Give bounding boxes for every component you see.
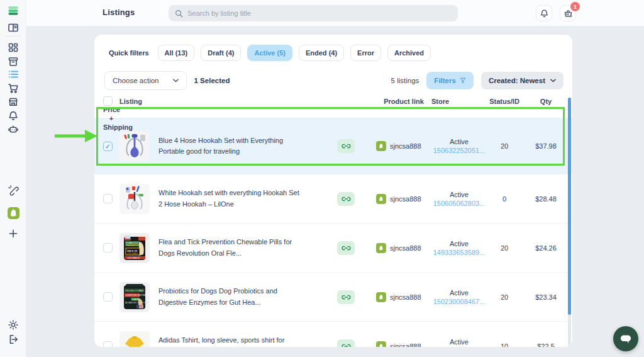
filter-all[interactable]: All (13): [158, 45, 195, 61]
table-row[interactable]: Adidas Tshirt, long sleeve, sports shirt…: [94, 322, 572, 347]
filter-ended[interactable]: Ended (4): [299, 45, 344, 61]
store-name: sjncsa888: [390, 343, 421, 348]
notifications-button[interactable]: [536, 5, 552, 21]
listing-id-link[interactable]: 149333653589...: [433, 249, 486, 256]
row-checkbox[interactable]: [103, 243, 113, 252]
filters-button[interactable]: Filters: [426, 72, 474, 89]
store-name: sjncsa888: [390, 142, 421, 150]
listing-id-link[interactable]: 148776702119...: [433, 347, 485, 348]
listings-card: Quick filters All (13) Draft (4) Active …: [94, 35, 572, 347]
shopify-badge-icon: [376, 141, 386, 151]
scrollbar-track[interactable]: [568, 98, 571, 347]
listing-title[interactable]: Flea and Tick Prevention Chewable Pills …: [158, 237, 316, 258]
listing-status: Active: [431, 289, 487, 297]
filter-active[interactable]: Active (5): [247, 45, 292, 61]
product-link-icon[interactable]: [337, 192, 355, 206]
shopify-badge-icon: [376, 243, 386, 253]
listing-title[interactable]: Adidas Tshirt, long sleeve, sports shirt…: [158, 335, 316, 347]
listing-price: $28.48: [522, 195, 570, 203]
col-header-listing: Listing: [119, 98, 316, 105]
listing-id-link[interactable]: 150230008467...: [433, 298, 486, 305]
search-input[interactable]: [187, 9, 452, 17]
chat-bubble-icon: [619, 333, 632, 344]
listing-qty: 20: [487, 142, 522, 150]
col-header-store: Store: [431, 98, 487, 105]
listing-price: $23.34: [522, 293, 570, 301]
table-row[interactable]: PROBIOTICSFORDIGESTIVE ENZYMESCHEWSADVAN…: [94, 273, 572, 322]
add-store-plus-icon[interactable]: [7, 227, 19, 240]
table-row[interactable]: White Hookah set with everything Hookah …: [94, 174, 572, 224]
col-header-price: Price + Shipping: [103, 106, 119, 132]
product-link-icon[interactable]: [337, 241, 355, 255]
listing-id-link[interactable]: 150605062803...: [433, 200, 486, 207]
product-image-white-hookah: [119, 184, 150, 214]
products-box-icon[interactable]: [7, 55, 19, 68]
basket-button[interactable]: 1: [560, 5, 576, 21]
selected-count-label: 1 Selected: [194, 77, 230, 84]
product-link-icon[interactable]: [337, 339, 355, 348]
topbar: Listings 1: [26, 0, 644, 26]
connections-icon[interactable]: [7, 184, 19, 196]
svg-text:DOG HEALTH: DOG HEALTH: [128, 256, 140, 259]
filter-error[interactable]: Error: [350, 45, 381, 61]
logout-icon[interactable]: [7, 333, 19, 346]
col-header-status-id: Status/ID: [487, 98, 522, 105]
listing-qty: 20: [487, 244, 522, 252]
shopify-store-icon[interactable]: [7, 207, 19, 219]
table-row[interactable]: FLEA&TICKPREVENTIONMULTIVITAMINDOG HEALT…: [94, 224, 572, 273]
filter-draft[interactable]: Draft (4): [201, 45, 241, 61]
bot-icon[interactable]: [7, 123, 19, 135]
catalog-icon[interactable]: [7, 21, 19, 34]
table-row[interactable]: ✓ Blue 4 Hose Hookah Set with Everything…: [94, 118, 572, 174]
sort-dropdown-label: Created: Newest: [489, 77, 545, 84]
product-link-icon[interactable]: [337, 139, 355, 153]
svg-text:FOR: FOR: [139, 290, 144, 292]
filter-archived[interactable]: Archived: [387, 45, 431, 61]
listing-price: $37.98: [522, 142, 570, 150]
search-box[interactable]: [169, 5, 458, 21]
annotation-arrow: [53, 128, 98, 144]
row-checkbox[interactable]: [103, 292, 113, 302]
svg-text:DIGESTIVE ENZYMES: DIGESTIVE ENZYMES: [126, 294, 148, 297]
quick-filters-row: Quick filters All (13) Draft (4) Active …: [94, 35, 572, 65]
listing-price: $22.5: [522, 343, 570, 348]
row-checkbox[interactable]: [103, 341, 113, 347]
listing-status: Active: [431, 191, 487, 198]
listing-qty: 0: [487, 195, 522, 203]
listing-title[interactable]: White Hookah set with everything Hookah …: [158, 188, 316, 209]
row-checkbox[interactable]: [103, 194, 113, 203]
svg-text:PREVENTION: PREVENTION: [126, 244, 140, 246]
choose-action-dropdown[interactable]: Choose action: [104, 71, 187, 90]
settings-gear-icon[interactable]: [7, 319, 19, 331]
app-logo-icon[interactable]: [7, 4, 19, 17]
dashboard-icon[interactable]: [7, 42, 19, 54]
choose-action-label: Choose action: [113, 77, 159, 84]
sort-dropdown[interactable]: Created: Newest: [481, 72, 564, 89]
listing-title[interactable]: Blue 4 Hose Hookah Set with Everything P…: [158, 135, 316, 157]
chevron-down-icon: [550, 79, 556, 82]
listing-status: Active: [431, 138, 487, 145]
store-name: sjncsa888: [390, 195, 421, 203]
store-name: sjncsa888: [390, 293, 421, 301]
page-title: Listings: [103, 8, 135, 17]
svg-text:VITAMIN: VITAMIN: [127, 251, 138, 254]
chat-widget-button[interactable]: [613, 326, 638, 351]
sidebar-divider: [5, 36, 21, 37]
search-icon: [175, 9, 183, 18]
product-image-flea-tick-jar: FLEA&TICKPREVENTIONMULTIVITAMINDOG HEALT…: [119, 233, 150, 263]
listing-id-link[interactable]: 150632252051...: [433, 147, 486, 154]
col-header-qty: Qty: [522, 98, 570, 105]
row-checkbox-checked[interactable]: ✓: [103, 142, 113, 151]
cart-badge: 1: [570, 2, 580, 11]
store-icon[interactable]: [7, 96, 19, 108]
listing-price: $24.26: [522, 244, 570, 252]
notifications-bell-icon[interactable]: [7, 110, 19, 122]
shopify-badge-icon: [376, 292, 386, 302]
listing-title[interactable]: Probiotics for Dogs Dog Probiotics and D…: [158, 286, 316, 307]
product-link-icon[interactable]: [337, 290, 355, 304]
select-all-checkbox[interactable]: [103, 96, 113, 106]
cart-icon[interactable]: [7, 82, 19, 94]
shopify-badge-icon: [376, 194, 386, 204]
scrollbar-thumb[interactable]: [568, 98, 571, 315]
listings-icon-active[interactable]: [7, 68, 19, 81]
